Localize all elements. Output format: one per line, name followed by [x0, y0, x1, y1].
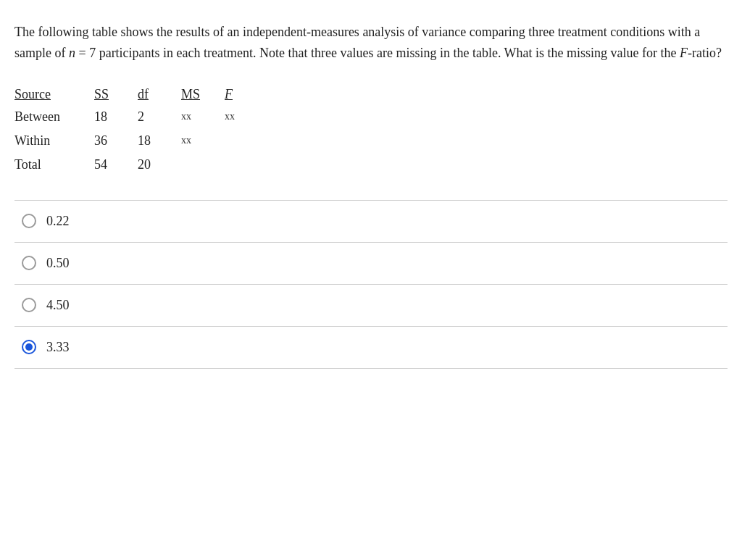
- answer-options: 0.220.504.503.33: [14, 200, 728, 369]
- question-n-italic: n: [69, 46, 75, 60]
- cell-within-df: 18: [138, 129, 181, 153]
- cell-between-ms: xx: [181, 105, 225, 129]
- radio-circle-2[interactable]: [22, 256, 36, 270]
- question-f-italic: F: [680, 46, 688, 60]
- option-label-3: 4.50: [46, 298, 70, 313]
- cell-between-source: Between: [14, 105, 94, 129]
- answer-option-1[interactable]: 0.22: [14, 200, 728, 243]
- cell-total-ss: 54: [94, 153, 138, 177]
- cell-between-ss: 18: [94, 105, 138, 129]
- option-label-4: 3.33: [46, 340, 70, 355]
- option-label-1: 0.22: [46, 214, 70, 229]
- cell-within-source: Within: [14, 129, 94, 153]
- header-ss: SS: [94, 84, 138, 105]
- header-df: df: [138, 84, 181, 105]
- answer-option-3[interactable]: 4.50: [14, 285, 728, 327]
- question-text-part2: = 7 participants in each treatment. Note…: [75, 46, 680, 60]
- table-row: Within 36 18 xx: [14, 129, 268, 153]
- cell-total-f: [225, 153, 268, 177]
- radio-circle-3[interactable]: [22, 298, 36, 312]
- radio-circle-4[interactable]: [22, 340, 36, 354]
- table-row: Total 54 20: [14, 153, 268, 177]
- anova-table: Source SS df MS F Between 18 2 xx xx Wit…: [14, 84, 268, 177]
- table-header-row: Source SS df MS F: [14, 84, 268, 105]
- cell-total-source: Total: [14, 153, 94, 177]
- answer-option-4[interactable]: 3.33: [14, 327, 728, 369]
- header-ms: MS: [181, 84, 225, 105]
- radio-circle-1[interactable]: [22, 214, 36, 228]
- table-row: Between 18 2 xx xx: [14, 105, 268, 129]
- cell-within-ss: 36: [94, 129, 138, 153]
- question-text-part3: -ratio?: [688, 46, 722, 60]
- cell-within-f: [225, 129, 268, 153]
- cell-total-df: 20: [138, 153, 181, 177]
- cell-between-df: 2: [138, 105, 181, 129]
- option-label-2: 0.50: [46, 256, 70, 271]
- header-f: F: [225, 84, 268, 105]
- cell-total-ms: [181, 153, 225, 177]
- header-source: Source: [14, 84, 94, 105]
- answer-option-2[interactable]: 0.50: [14, 243, 728, 285]
- cell-within-ms: xx: [181, 129, 225, 153]
- cell-between-f: xx: [225, 105, 268, 129]
- question-text: The following table shows the results of…: [14, 22, 728, 64]
